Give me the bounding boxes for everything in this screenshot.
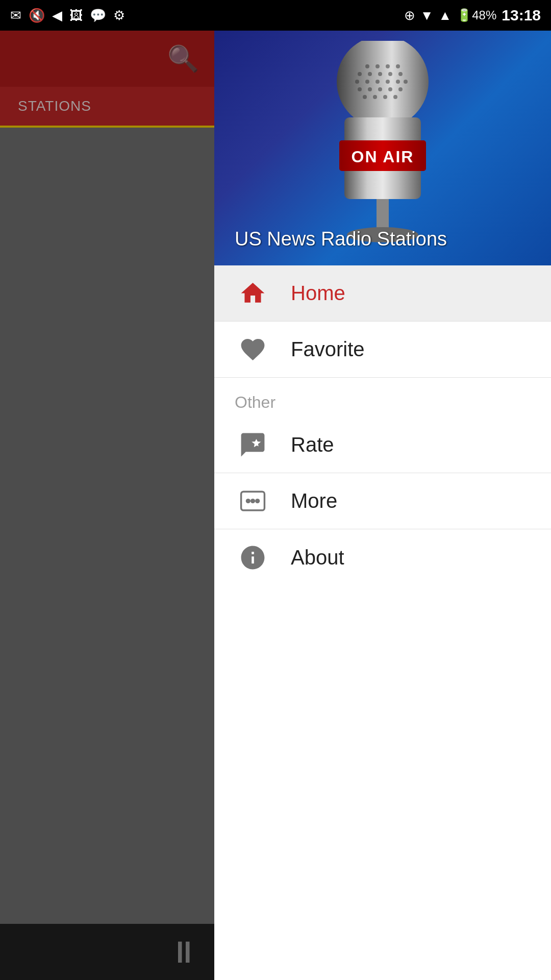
status-bar-left: ✉ 🔇 ◀ 🖼 💬 ⚙ <box>10 8 125 23</box>
svg-point-9 <box>398 72 403 76</box>
other-section-header: Other <box>214 378 551 417</box>
status-time: 13:18 <box>502 7 541 24</box>
svg-point-16 <box>358 87 362 91</box>
svg-point-31 <box>250 499 255 503</box>
rate-label: Rate <box>291 433 334 456</box>
svg-point-11 <box>365 80 369 84</box>
svg-point-12 <box>375 80 380 84</box>
image-icon: 🖼 <box>69 8 83 23</box>
svg-point-30 <box>245 499 250 503</box>
svg-point-24 <box>393 95 397 99</box>
svg-point-14 <box>396 80 400 84</box>
info-icon <box>235 540 270 575</box>
app-icon: ⚙ <box>113 8 125 23</box>
status-bar-right: ⊕ ▼ ▲ 🔋48% 13:18 <box>404 7 541 24</box>
svg-point-2 <box>375 64 380 68</box>
nav-item-rate[interactable]: Rate <box>214 417 551 473</box>
about-label: About <box>291 546 344 569</box>
navigation-drawer: ON AIR US News Radio Stations Home <box>214 31 551 980</box>
svg-point-19 <box>388 87 392 91</box>
alert-icon: 🔇 <box>29 8 45 23</box>
svg-point-5 <box>358 72 362 76</box>
hero-banner: ON AIR US News Radio Stations <box>214 31 551 265</box>
svg-point-4 <box>396 64 400 68</box>
svg-point-22 <box>373 95 377 99</box>
svg-point-17 <box>368 87 372 91</box>
wifi-icon: ▼ <box>420 8 434 23</box>
svg-point-21 <box>363 95 367 99</box>
status-bar: ✉ 🔇 ◀ 🖼 💬 ⚙ ⊕ ▼ ▲ 🔋48% 13:18 <box>0 0 551 31</box>
heart-icon <box>235 332 270 368</box>
more-label: More <box>291 489 337 512</box>
svg-point-13 <box>386 80 390 84</box>
svg-point-32 <box>255 499 260 503</box>
svg-point-20 <box>398 87 403 91</box>
battery-icon: 🔋48% <box>457 8 496 22</box>
home-label: Home <box>291 282 345 305</box>
back-icon: ◀ <box>52 8 62 23</box>
home-icon <box>235 276 270 311</box>
signal-icon: ▲ <box>438 8 452 23</box>
rate-icon <box>235 427 270 463</box>
chat-icon: 💬 <box>90 8 106 23</box>
nav-item-about[interactable]: About <box>214 529 551 585</box>
add-circle-icon: ⊕ <box>404 8 415 23</box>
nav-list: Home Favorite Other <box>214 265 551 980</box>
svg-point-8 <box>388 72 392 76</box>
svg-point-18 <box>378 87 382 91</box>
svg-point-15 <box>404 80 408 84</box>
nav-item-more[interactable]: More <box>214 473 551 529</box>
svg-text:ON AIR: ON AIR <box>352 148 414 166</box>
nav-item-favorite[interactable]: Favorite <box>214 322 551 378</box>
email-icon: ✉ <box>10 8 21 23</box>
main-wrapper: 🔍 STATIONS ⏸ <box>0 31 551 980</box>
hero-title: US News Radio Stations <box>235 228 447 250</box>
svg-point-10 <box>355 80 359 84</box>
svg-point-23 <box>383 95 387 99</box>
svg-point-6 <box>368 72 372 76</box>
svg-point-0 <box>337 41 429 128</box>
svg-point-3 <box>386 64 390 68</box>
favorite-label: Favorite <box>291 338 365 361</box>
svg-point-1 <box>365 64 369 68</box>
nav-item-home[interactable]: Home <box>214 265 551 322</box>
svg-point-7 <box>378 72 382 76</box>
more-icon <box>235 483 270 519</box>
